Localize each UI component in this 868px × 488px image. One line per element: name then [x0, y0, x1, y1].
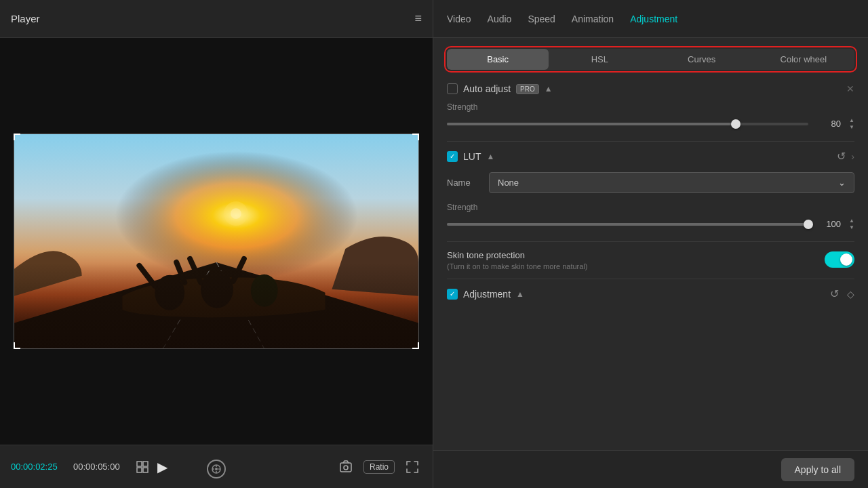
svg-rect-17: [137, 462, 142, 466]
toggle-knob: [840, 253, 852, 266]
video-thumbnail: [14, 134, 418, 348]
strength-label-2: Strength: [447, 203, 854, 212]
bottom-bar: Apply to all: [433, 450, 868, 488]
slider-track-2[interactable]: [447, 223, 808, 226]
panel-content: Basic HSL Curves Color wheel Auto adjust…: [433, 38, 868, 450]
tab-adjustment[interactable]: Adjustment: [630, 11, 677, 27]
slider-row-1: 80 ▲ ▼: [447, 117, 854, 130]
left-panel: Player ≡: [0, 0, 433, 488]
name-row: Name None ⌄: [447, 172, 854, 193]
skin-title: Skin tone protection: [447, 250, 825, 260]
tab-video[interactable]: Video: [447, 11, 471, 27]
divider-3: [447, 279, 854, 279]
fullscreen-icon[interactable]: [403, 458, 422, 476]
tab-audio[interactable]: Audio: [488, 11, 512, 27]
svg-point-12: [215, 468, 218, 470]
adjustment-diamond-icon[interactable]: ◇: [847, 289, 854, 300]
subtab-colorwheel[interactable]: Color wheel: [753, 49, 854, 70]
strength-slider-1: Strength 80 ▲ ▼: [447, 102, 854, 130]
corner-handle-br[interactable]: [412, 342, 419, 349]
slider-value-2: 100: [816, 219, 841, 229]
slider-fill-2: [447, 223, 808, 226]
grid-icon[interactable]: [136, 460, 149, 474]
tab-speed[interactable]: Speed: [528, 11, 555, 27]
slider-row-2: 100 ▲ ▼: [447, 218, 854, 230]
lut-chevron[interactable]: ›: [851, 151, 854, 162]
player-header: Player ≡: [0, 0, 433, 38]
svg-rect-21: [340, 463, 351, 472]
right-panel: Video Audio Speed Animation Adjustment B…: [433, 0, 868, 488]
lut-name-value: None: [498, 178, 519, 188]
svg-line-6: [190, 259, 201, 283]
auto-adjust-arrow[interactable]: ▲: [545, 84, 553, 94]
sub-tabs-wrapper: Basic HSL Curves Color wheel: [447, 49, 854, 70]
lut-header: ✓ LUT ▲ ↺ ›: [447, 150, 854, 163]
skin-tone-row: Skin tone protection (Turn it on to make…: [447, 250, 854, 270]
svg-rect-20: [143, 468, 148, 472]
svg-point-10: [231, 208, 241, 219]
slider-track-1[interactable]: [447, 123, 808, 125]
strength-slider-2: Strength 100 ▲ ▼: [447, 203, 854, 230]
divider-2: [447, 241, 854, 242]
slider-thumb-1[interactable]: [731, 119, 741, 129]
adjustment-arrow[interactable]: ▲: [516, 289, 524, 299]
svg-point-8: [251, 274, 278, 307]
svg-line-3: [139, 266, 155, 286]
skin-tone-section: Skin tone protection (Turn it on to make…: [447, 250, 854, 270]
lut-reset-icon[interactable]: ↺: [837, 150, 846, 163]
adjustment-reset-icon[interactable]: ↺: [830, 287, 839, 300]
subtab-curves[interactable]: Curves: [651, 49, 753, 70]
adjustment-checkbox[interactable]: ✓: [447, 289, 458, 300]
skin-subtitle: (Turn it on to make skin tone more natur…: [447, 262, 825, 270]
svg-rect-18: [143, 462, 148, 466]
sub-tabs: Basic HSL Curves Color wheel: [447, 49, 854, 70]
corner-handle-tl[interactable]: [14, 134, 20, 140]
pro-badge: PRO: [516, 84, 539, 94]
video-area: [0, 38, 433, 445]
player-title: Player: [11, 13, 40, 24]
ratio-button[interactable]: Ratio: [363, 460, 395, 474]
adjustment-header: ✓ Adjustment ▲ ↺ ◇: [447, 287, 854, 300]
lut-checkbox[interactable]: ✓: [447, 151, 458, 162]
slider-value-1: 80: [816, 119, 841, 129]
svg-point-2: [155, 275, 184, 310]
adjustment-icons: ↺ ◇: [830, 287, 854, 300]
svg-point-5: [201, 270, 233, 308]
corner-handle-bl[interactable]: [14, 342, 20, 349]
stepper-2[interactable]: ▲ ▼: [849, 218, 854, 230]
apply-to-all-button[interactable]: Apply to all: [781, 458, 854, 481]
auto-adjust-label: Auto adjust: [463, 83, 511, 94]
time-total: 00:00:05:00: [73, 462, 127, 472]
subtab-basic[interactable]: Basic: [447, 49, 549, 70]
time-current: 00:00:02:25: [11, 462, 65, 472]
skin-tone-toggle[interactable]: [825, 251, 854, 268]
menu-icon[interactable]: ≡: [414, 12, 422, 26]
video-frame: [14, 134, 419, 349]
lut-name-dropdown[interactable]: None ⌄: [489, 172, 854, 193]
subtab-hsl[interactable]: HSL: [549, 49, 650, 70]
screenshot-icon[interactable]: [336, 458, 355, 476]
dropdown-chevron: ⌄: [838, 178, 846, 188]
tab-animation[interactable]: Animation: [572, 11, 614, 27]
auto-adjust-close[interactable]: ✕: [846, 83, 854, 94]
playhead-icon[interactable]: [207, 460, 226, 479]
skin-text: Skin tone protection (Turn it on to make…: [447, 250, 825, 270]
svg-line-7: [233, 259, 244, 281]
corner-handle-tr[interactable]: [412, 134, 419, 140]
svg-point-22: [344, 466, 348, 470]
adjustment-label: Adjustment: [463, 289, 511, 300]
auto-adjust-row: Auto adjust PRO ▲ ✕: [447, 83, 854, 94]
svg-rect-1: [14, 134, 418, 348]
auto-adjust-checkbox[interactable]: [447, 83, 458, 94]
play-button[interactable]: ▶: [157, 459, 167, 475]
lut-label: LUT: [463, 151, 481, 162]
svg-line-4: [176, 262, 184, 283]
slider-fill-1: [447, 123, 736, 125]
slider-thumb-2[interactable]: [804, 220, 813, 229]
name-label: Name: [447, 178, 481, 188]
divider-1: [447, 141, 854, 142]
stepper-1[interactable]: ▲ ▼: [849, 117, 854, 130]
lut-arrow[interactable]: ▲: [486, 152, 494, 161]
svg-rect-19: [137, 468, 142, 472]
strength-label-1: Strength: [447, 102, 854, 112]
